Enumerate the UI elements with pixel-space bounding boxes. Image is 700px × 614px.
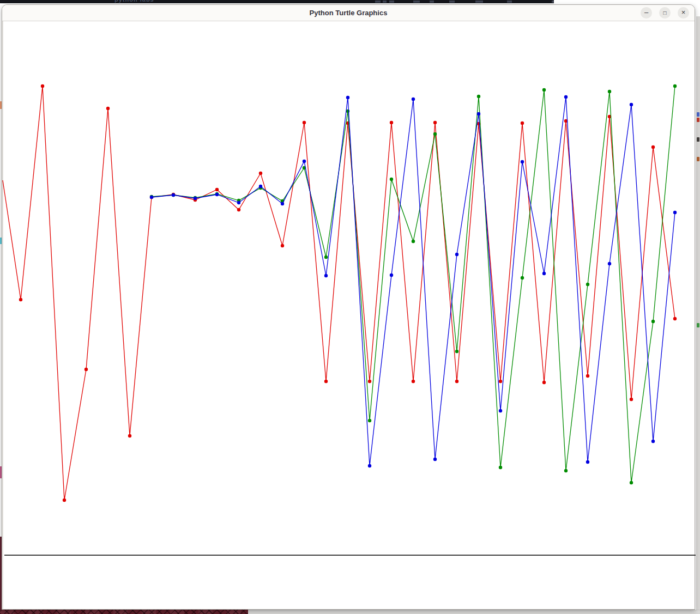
desktop-wallpaper-strip bbox=[0, 610, 248, 614]
background-panel-icon bbox=[697, 323, 699, 327]
maximize-icon: □ bbox=[663, 10, 666, 16]
close-icon: × bbox=[681, 8, 686, 16]
background-icon-fragment bbox=[383, 1, 387, 3]
background-icon-fragment bbox=[552, 1, 554, 3]
background-icon-fragment bbox=[389, 1, 394, 3]
window-title-bar[interactable]: Python Turtle Graphics – □ × bbox=[2, 5, 695, 21]
window-title: Python Turtle Graphics bbox=[2, 5, 695, 21]
background-right-panel-strip bbox=[696, 16, 700, 614]
window-controls: – □ × bbox=[641, 7, 689, 19]
background-bottom-window-strip bbox=[248, 610, 700, 614]
background-icon-fragment bbox=[413, 1, 420, 3]
background-icon-fragment bbox=[475, 1, 483, 3]
background-top-window-strip: python labs bbox=[0, 0, 554, 3]
close-button[interactable]: × bbox=[678, 7, 689, 19]
turtle-canvas bbox=[2, 21, 695, 609]
background-panel-icon bbox=[697, 118, 699, 122]
turtle-graphics-window: Python Turtle Graphics – □ × bbox=[2, 4, 695, 610]
background-icon-fragment bbox=[449, 1, 455, 3]
minimize-icon: – bbox=[644, 8, 648, 16]
minimize-button[interactable]: – bbox=[641, 7, 652, 19]
background-icon-fragment bbox=[507, 1, 512, 3]
maximize-button[interactable]: □ bbox=[659, 7, 671, 19]
background-panel-icon bbox=[697, 112, 699, 117]
background-window-title-fragment: python labs bbox=[114, 0, 154, 3]
background-icon-fragment bbox=[430, 1, 434, 3]
background-icon-fragment bbox=[375, 1, 381, 3]
background-panel-icon bbox=[697, 157, 699, 161]
background-panel-icon bbox=[697, 137, 699, 142]
